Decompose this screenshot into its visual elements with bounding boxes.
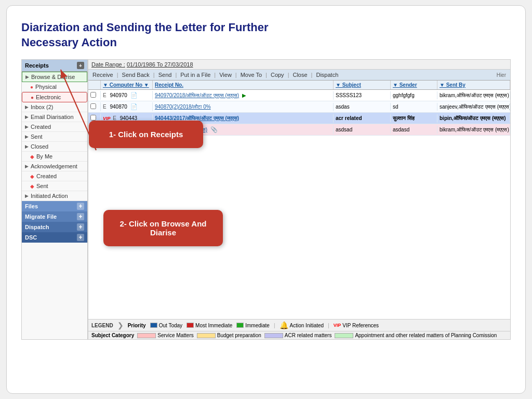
row4-sentby: bikram,ऑफिस/ऑउट एमएस (मएएस) (437, 126, 510, 134)
row2-sender: sd (391, 103, 437, 111)
content-area: Receipts + ▶ Browse & Diarise ● Physical… (21, 59, 511, 340)
legend-label: LEGEND (91, 323, 113, 328)
sep6: | (265, 72, 268, 78)
hier-label: Hier (497, 72, 508, 78)
row1-checkbox[interactable] (88, 91, 101, 100)
sep8: | (311, 72, 313, 78)
view-button[interactable]: View (217, 71, 234, 78)
email-arrow: ▶ (25, 114, 29, 119)
dispatch-label: Dispatch (25, 224, 49, 230)
title-line1: Diarization and Sending the Letter for F… (21, 21, 268, 34)
dsc-plus[interactable]: + (77, 234, 84, 241)
send-back-button[interactable]: Send Back (120, 71, 152, 78)
sidebar: Receipts + ▶ Browse & Diarise ● Physical… (21, 59, 88, 340)
sidebar-item-electronic[interactable]: ● Electronic (22, 92, 87, 102)
migrate-label: Migrate File (25, 214, 57, 220)
sent-arrow: ▶ (25, 134, 29, 139)
row2-checkbox[interactable] (88, 102, 101, 111)
inbox-label: Inbox (2) (31, 104, 53, 110)
row2-receipt-link[interactable]: 940870(2)/2018/लौटा 0% (155, 104, 211, 110)
move-to-button[interactable]: Move To (238, 71, 264, 78)
subcat-service: Service Matters (137, 332, 193, 338)
sep3: | (175, 72, 177, 78)
created-label: Created (31, 124, 51, 130)
sidebar-section-dsc[interactable]: DSC + (22, 232, 87, 243)
sidebar-item-inbox[interactable]: ▶ Inbox (2) (22, 102, 87, 112)
sidebar-item-browse-diarise[interactable]: ▶ Browse & Diarise (22, 72, 87, 82)
th-receipt-no[interactable]: Receipt No. (153, 81, 334, 89)
action-initiated-icon: 🔔 (280, 321, 288, 329)
vip-references-label: VIP References (342, 323, 379, 328)
browse-diarise-label: Browse & Diarise (31, 74, 75, 80)
sidebar-item-created[interactable]: ▶ Created (22, 122, 87, 132)
physical-label: Physical (35, 84, 57, 90)
close-button[interactable]: Close (290, 71, 309, 78)
th-checkbox (88, 81, 101, 89)
electronic-bullet: ● (31, 95, 34, 100)
put-in-file-button[interactable]: Put in a File (178, 71, 212, 78)
ack-arrow: ▶ (25, 164, 29, 169)
appointment-label: Appointment and other related matters of… (355, 332, 497, 338)
th-sender[interactable]: ▼ Sender (391, 81, 437, 89)
legend-bar: LEGEND ❯ Priority Out Today Most Immedia… (88, 319, 510, 331)
sidebar-receipts-header[interactable]: Receipts + (22, 60, 87, 72)
dispatch-plus[interactable]: + (77, 223, 84, 231)
dispatch-button[interactable]: Dispatch (314, 71, 340, 78)
files-label: Files (25, 203, 38, 209)
row1-receipt[interactable]: 940970/2018/ऑफिस/ऑउट एमएस (मएएस) ▶ (153, 91, 334, 100)
byme-bullet: ◆ (30, 154, 34, 159)
ack-created-label: Created (36, 173, 57, 179)
budget-color (197, 333, 216, 338)
sidebar-item-sent[interactable]: ▶ Sent (22, 132, 87, 142)
date-range-label: Date Range : (91, 61, 125, 68)
sep4: | (214, 72, 216, 78)
subcat-acr: ACR related matters (264, 332, 332, 338)
sidebar-item-closed[interactable]: ▶ Closed (22, 142, 87, 152)
row1-sender: gghfgfgfg (391, 91, 437, 99)
send-button[interactable]: Send (156, 71, 174, 78)
appointment-color (335, 333, 353, 338)
row2-receipt[interactable]: 940870(2)/2018/लौटा 0% (153, 103, 334, 111)
subject-category-bar: Subject Category Service Matters Budget … (88, 331, 510, 339)
legend-immediate: Immediate (236, 323, 270, 328)
sidebar-item-acknowledgement[interactable]: ▶ Acknowledgement (22, 162, 87, 171)
budget-label: Budget preparation (217, 332, 261, 338)
migrate-plus[interactable]: + (77, 213, 84, 220)
legend-action-initiated: 🔔 Action Initiated (280, 321, 324, 329)
row3-receipt-link[interactable]: 940443/2017/ऑफिस/ऑउट एमएस (मएएस) (155, 115, 239, 121)
sidebar-item-physical[interactable]: ● Physical (22, 82, 87, 92)
th-computer-no[interactable]: ▼ Computer No ▼ (101, 81, 153, 89)
copy-button[interactable]: Copy (269, 71, 286, 78)
sidebar-receipts-plus[interactable]: + (77, 62, 84, 69)
ack-label: Acknowledgement (31, 163, 77, 169)
th-sent-by[interactable]: ▼ Sent By (437, 81, 510, 89)
sidebar-item-email-diarisation[interactable]: ▶ Email Diarisation (22, 112, 87, 122)
receive-button[interactable]: Receive (90, 71, 115, 78)
most-immediate-box (187, 323, 194, 328)
date-range-value[interactable]: 01/10/1986 To 27/03/2018 (127, 61, 193, 68)
sidebar-section-dispatch[interactable]: Dispatch + (22, 222, 87, 232)
action-initiated-label: Action Initiated (290, 323, 324, 328)
th-subject[interactable]: ▼ Subject (334, 81, 391, 89)
sidebar-item-ack-sent[interactable]: ◆ Sent (22, 181, 87, 191)
callout-receipts: 1- Click on Receipts (89, 121, 203, 148)
out-today-label: Out Today (159, 323, 182, 328)
initiated-label: Initiated Action (31, 193, 68, 199)
sidebar-section-files[interactable]: Files + (22, 201, 87, 211)
row1-sentby: bikram,ऑफिस/ऑउट एमएस (मएएस) (437, 91, 510, 100)
sidebar-item-ack-created[interactable]: ◆ Created (22, 171, 87, 181)
initiated-arrow: ▶ (25, 193, 29, 198)
service-color (137, 333, 156, 338)
subcat-label: Subject Category (91, 332, 134, 338)
row1-receipt-link[interactable]: 940970/2018/ऑफिस/ऑउट एमएस (मएएस) (155, 92, 239, 98)
subcat-appointment: Appointment and other related matters of… (335, 332, 497, 338)
table-row: E 940870 📄 940870(2)/2018/लौटा 0% asdas … (88, 101, 510, 113)
sidebar-item-initiated-action[interactable]: ▶ Initiated Action (22, 191, 87, 201)
table-row: E 940970 📄 940970/2018/ऑफिस/ऑउट एमएस (मए… (88, 90, 510, 101)
vip-icon: VIP (334, 323, 341, 328)
files-plus[interactable]: + (77, 203, 84, 210)
row1-computer: E 940970 📄 (101, 91, 153, 100)
legend-sep2: | (328, 323, 329, 328)
sidebar-section-migrate[interactable]: Migrate File + (22, 211, 87, 222)
sidebar-item-by-me[interactable]: ◆ By Me (22, 152, 87, 162)
